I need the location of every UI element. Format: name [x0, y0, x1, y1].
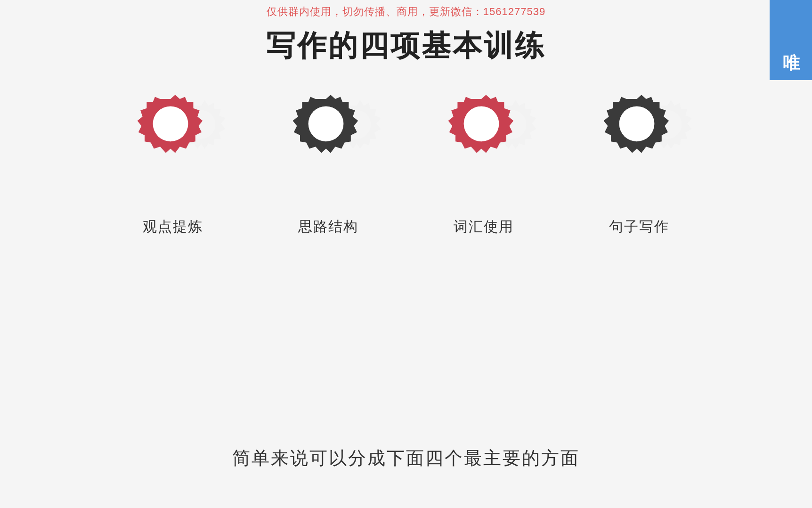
bottom-text: 简单来说可以分成下面四个最主要的方面 [232, 446, 580, 470]
svg-point-7 [619, 106, 655, 141]
corner-badge: 唯 [770, 0, 812, 80]
svg-point-5 [464, 106, 499, 141]
main-gear-4 [585, 94, 689, 197]
gear-item-4: 句子写作 [561, 94, 717, 237]
main-gear-2 [274, 94, 378, 197]
gear-label-2: 思路结构 [298, 217, 358, 237]
gear-item-1: 观点提炼 [95, 94, 251, 237]
gear-wrapper-2 [274, 94, 382, 202]
gear-label-1: 观点提炼 [143, 217, 203, 237]
main-title: 写作的四项基本训练 [0, 26, 812, 66]
gear-item-2: 思路结构 [251, 94, 406, 237]
main-gear-1 [119, 94, 222, 197]
gear-label-3: 词汇使用 [454, 217, 514, 237]
svg-point-3 [309, 106, 344, 141]
gear-item-3: 词汇使用 [406, 94, 561, 237]
main-gear-3 [430, 94, 533, 197]
watermark: 仅供群内使用，切勿传播、商用，更新微信：1561277539 [267, 5, 545, 19]
gear-wrapper-3 [430, 94, 538, 202]
gear-wrapper-4 [585, 94, 693, 202]
gear-label-4: 句子写作 [609, 217, 669, 237]
gear-group: 观点提炼 思路结构 [95, 94, 717, 237]
svg-point-1 [153, 106, 188, 141]
gears-container: 观点提炼 思路结构 [0, 94, 812, 237]
gear-wrapper-1 [119, 94, 227, 202]
corner-badge-text: 唯 [780, 40, 803, 41]
